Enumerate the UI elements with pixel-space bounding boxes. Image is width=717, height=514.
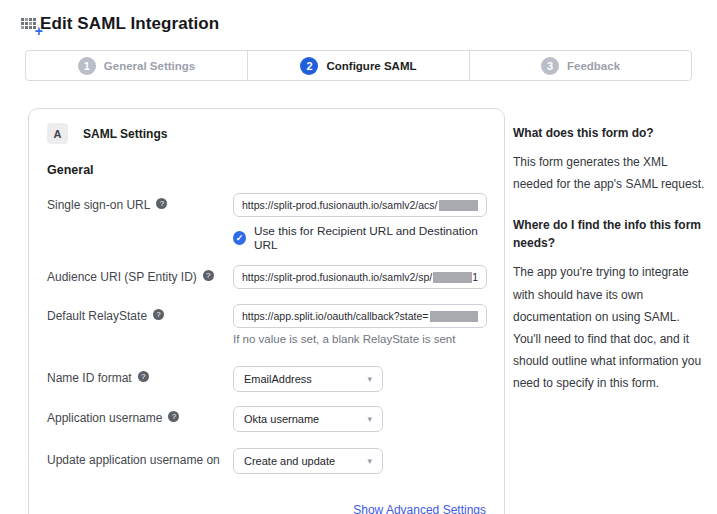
relay-state-value: https://app.split.io/oauth/callback?stat… xyxy=(242,310,429,322)
sso-url-label-wrap: Single sign-on URL ? xyxy=(47,193,233,252)
help-sidebar: What does this form do? This form genera… xyxy=(513,108,709,416)
advanced-settings-row: Show Advanced Settings xyxy=(47,500,486,514)
redacted-value-block xyxy=(430,311,479,322)
audience-uri-input[interactable]: https://split-prod.fusionauth.io/samlv2/… xyxy=(233,265,487,289)
help-icon[interactable]: ? xyxy=(203,270,214,281)
page-header: + Edit SAML Integration xyxy=(0,0,717,34)
update-username-label-wrap: Update application username on xyxy=(47,448,233,474)
update-username-value: Create and update xyxy=(244,455,335,467)
field-row-sso-url: Single sign-on URL ? https://split-prod.… xyxy=(47,193,486,252)
sso-url-label: Single sign-on URL xyxy=(47,198,150,212)
field-row-name-id-format: Name ID format ? EmailAddress ▾ xyxy=(47,366,486,392)
field-row-relay-state: Default RelayState ? https://app.split.i… xyxy=(47,304,486,345)
saml-settings-card: A SAML Settings General Single sign-on U… xyxy=(28,108,505,514)
redacted-value-block xyxy=(433,272,472,283)
section-header: A SAML Settings xyxy=(47,123,486,144)
update-username-select[interactable]: Create and update ▾ xyxy=(233,448,383,474)
field-row-audience-uri: Audience URI (SP Entity ID) ? https://sp… xyxy=(47,265,486,289)
help-icon[interactable]: ? xyxy=(168,411,179,422)
checkbox-checked-icon[interactable]: ✓ xyxy=(233,231,246,245)
step-general-settings[interactable]: 1 General Settings xyxy=(26,51,247,80)
plus-icon: + xyxy=(35,24,43,38)
app-grid-plus-icon: + xyxy=(21,18,38,31)
name-id-format-label: Name ID format xyxy=(47,371,132,385)
help-question-2: Where do I find the info this form needs… xyxy=(513,216,709,252)
redacted-value-block xyxy=(439,200,478,211)
help-answer-1: This form generates the XML needed for t… xyxy=(513,151,709,195)
sso-url-value: https://split-prod.fusionauth.io/samlv2/… xyxy=(242,199,438,211)
sso-url-input[interactable]: https://split-prod.fusionauth.io/samlv2/… xyxy=(233,193,487,217)
name-id-format-select[interactable]: EmailAddress ▾ xyxy=(233,366,383,392)
help-icon[interactable]: ? xyxy=(138,371,149,382)
update-username-label: Update application username on xyxy=(47,453,220,467)
chevron-down-icon: ▾ xyxy=(367,374,372,384)
application-username-select[interactable]: Okta username ▾ xyxy=(233,406,383,432)
help-answer-2: The app you're trying to integrate with … xyxy=(513,261,709,394)
step-3-label: Feedback xyxy=(567,60,620,72)
application-username-value: Okta username xyxy=(244,413,319,425)
audience-uri-label: Audience URI (SP Entity ID) xyxy=(47,270,197,284)
application-username-label: Application username xyxy=(47,411,162,425)
step-1-number: 1 xyxy=(78,57,96,75)
relay-state-label-wrap: Default RelayState ? xyxy=(47,304,233,345)
help-icon[interactable]: ? xyxy=(153,309,164,320)
step-1-label: General Settings xyxy=(104,60,195,72)
step-configure-saml[interactable]: 2 Configure SAML xyxy=(247,51,469,80)
group-title-general: General xyxy=(47,163,486,177)
relay-state-hint: If no value is set, a blank RelayState i… xyxy=(233,333,486,345)
section-badge: A xyxy=(47,123,68,144)
step-2-label: Configure SAML xyxy=(326,60,416,72)
relay-state-input[interactable]: https://app.split.io/oauth/callback?stat… xyxy=(233,304,487,328)
application-username-label-wrap: Application username ? xyxy=(47,406,233,432)
recipient-destination-checkbox-row: ✓ Use this for Recipient URL and Destina… xyxy=(233,224,486,252)
wizard-stepper: 1 General Settings 2 Configure SAML 3 Fe… xyxy=(25,50,692,81)
step-3-number: 3 xyxy=(541,57,559,75)
field-row-update-username: Update application username on Create an… xyxy=(47,448,486,474)
audience-uri-value: https://split-prod.fusionauth.io/samlv2/… xyxy=(242,271,432,283)
name-id-format-label-wrap: Name ID format ? xyxy=(47,366,233,392)
step-feedback[interactable]: 3 Feedback xyxy=(469,51,691,80)
page-title: Edit SAML Integration xyxy=(40,14,219,34)
step-2-number: 2 xyxy=(300,57,318,75)
chevron-down-icon: ▾ xyxy=(367,456,372,466)
audience-uri-suffix: 1 xyxy=(472,271,478,283)
section-title: SAML Settings xyxy=(83,127,167,141)
help-question-1: What does this form do? xyxy=(513,124,709,142)
chevron-down-icon: ▾ xyxy=(367,414,372,424)
help-icon[interactable]: ? xyxy=(156,198,167,209)
show-advanced-settings-link[interactable]: Show Advanced Settings xyxy=(353,503,486,514)
recipient-destination-checkbox-label: Use this for Recipient URL and Destinati… xyxy=(254,224,486,252)
name-id-format-value: EmailAddress xyxy=(244,373,312,385)
field-row-application-username: Application username ? Okta username ▾ xyxy=(47,406,486,432)
relay-state-label: Default RelayState xyxy=(47,309,147,323)
audience-uri-label-wrap: Audience URI (SP Entity ID) ? xyxy=(47,265,233,289)
